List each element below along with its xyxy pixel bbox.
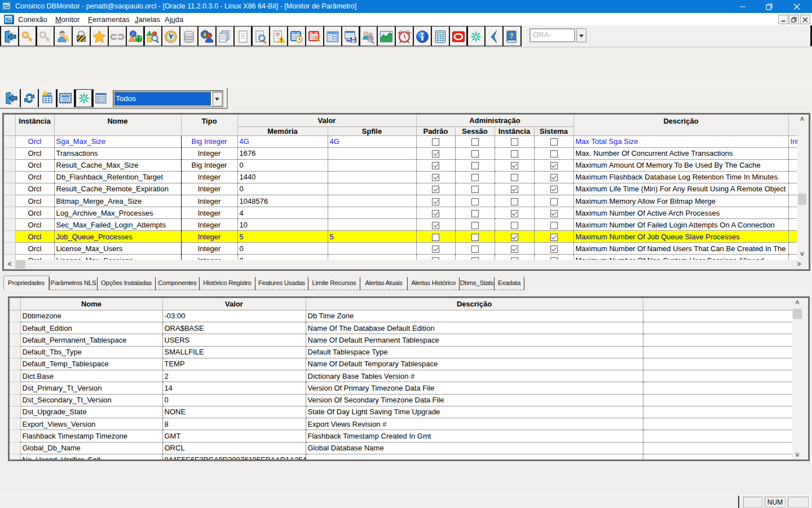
svg-text:?: ? xyxy=(509,32,513,40)
